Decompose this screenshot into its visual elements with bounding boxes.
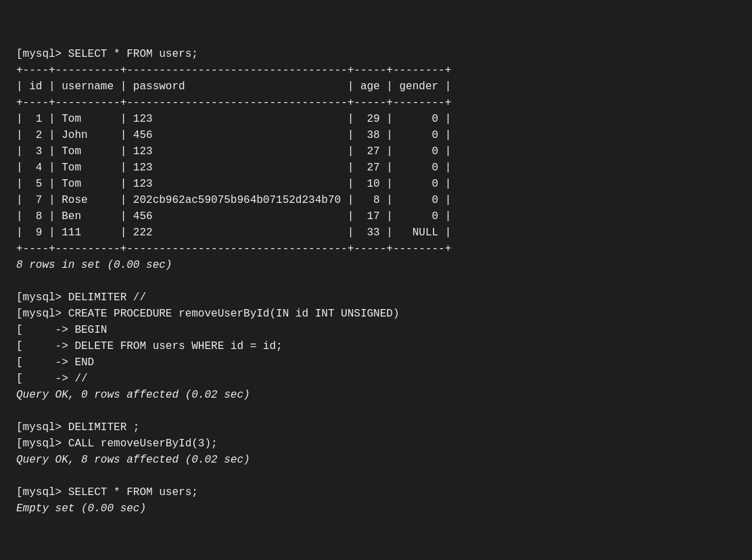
terminal-line: +----+----------+-----------------------… <box>16 95 736 111</box>
terminal-line: Query OK, 8 rows affected (0.02 sec) <box>16 452 736 468</box>
terminal-line <box>16 403 736 419</box>
terminal-content: [mysql> SELECT * FROM users;+----+------… <box>16 46 736 517</box>
terminal-line: Query OK, 0 rows affected (0.02 sec) <box>16 387 736 403</box>
terminal-line: | 3 | Tom | 123 | 27 | 0 | <box>16 143 736 160</box>
terminal-line: | 2 | John | 456 | 38 | 0 | <box>16 127 736 143</box>
terminal-line: 8 rows in set (0.00 sec) <box>16 257 736 273</box>
terminal-line: Empty set (0.00 sec) <box>16 500 736 517</box>
terminal-line: [mysql> DELIMITER // <box>16 289 736 306</box>
terminal-line: [ -> BEGIN <box>16 322 736 338</box>
terminal-line: | 8 | Ben | 456 | 17 | 0 | <box>16 208 736 225</box>
terminal-output: [mysql> SELECT * FROM users;+----+------… <box>16 14 736 533</box>
terminal-line: | 1 | Tom | 123 | 29 | 0 | <box>16 111 736 127</box>
terminal-line: | 4 | Tom | 123 | 27 | 0 | <box>16 160 736 176</box>
terminal-line: | id | username | password | age | gende… <box>16 78 736 95</box>
terminal-line: [ -> DELETE FROM users WHERE id = id; <box>16 338 736 354</box>
terminal-line: [mysql> CALL removeUserById(3); <box>16 436 736 452</box>
terminal-line: +----+----------+-----------------------… <box>16 241 736 257</box>
terminal-line: [mysql> DELIMITER ; <box>16 419 736 436</box>
terminal-line <box>16 468 736 484</box>
terminal-line <box>16 273 736 289</box>
terminal-line: [mysql> CREATE PROCEDURE removeUserById(… <box>16 306 736 322</box>
terminal-line: [mysql> SELECT * FROM users; <box>16 46 736 62</box>
terminal-line: | 9 | 111 | 222 | 33 | NULL | <box>16 225 736 241</box>
terminal-line: | 7 | Rose | 202cb962ac59075b964b07152d2… <box>16 192 736 208</box>
terminal-line: [mysql> SELECT * FROM users; <box>16 484 736 500</box>
terminal-line: [ -> // <box>16 371 736 387</box>
terminal-line: +----+----------+-----------------------… <box>16 62 736 78</box>
terminal-line: [ -> END <box>16 354 736 371</box>
terminal-line: | 5 | Tom | 123 | 10 | 0 | <box>16 176 736 192</box>
